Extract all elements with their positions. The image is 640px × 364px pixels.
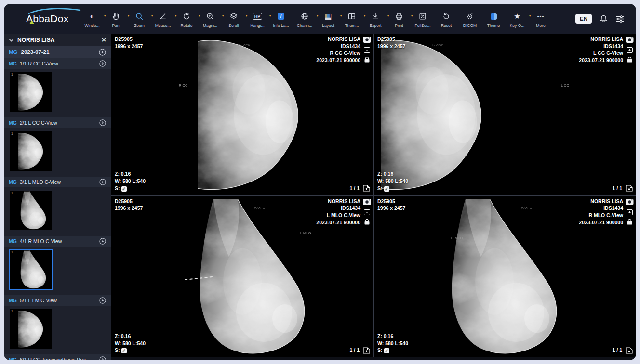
tool-strip: ◐ Windo... ▾ Pan ▾ Zoom ▾ Measu... ▾: [81, 10, 554, 28]
series-row[interactable]: MG 1/1 R CC C-View: [4, 58, 111, 69]
download-series-button[interactable]: [99, 238, 106, 245]
theme-icon: [491, 12, 497, 21]
viewport-l-mlo[interactable]: D25905 1996 x 2457 NORRIS LISA IDS1434 L…: [111, 196, 373, 358]
download-series-button[interactable]: [99, 60, 106, 67]
viewport-icon-column: [363, 36, 371, 63]
download-series-button[interactable]: [99, 119, 106, 126]
lock-icon[interactable]: [627, 57, 632, 63]
patient-header[interactable]: NORRIS LISA ×: [4, 34, 111, 46]
study-datetime: 2023-07-21 900000: [316, 57, 360, 64]
notifications-button[interactable]: [600, 14, 608, 23]
tool-more[interactable]: ••• More: [530, 10, 554, 28]
sync-checkbox[interactable]: ✓: [121, 348, 127, 353]
tool-channels[interactable]: Chann... ▾: [294, 10, 318, 28]
capture-icon[interactable]: [626, 36, 634, 43]
series-thumbnail[interactable]: 1: [10, 191, 52, 230]
study-datetime: 2023-07-21 900000: [579, 57, 623, 64]
series-thumbnail[interactable]: 1: [10, 72, 52, 112]
series-thumbnail-selected[interactable]: 1: [10, 250, 52, 289]
tool-magnify[interactable]: Magni... ▾: [200, 10, 223, 28]
abbadox-logo[interactable]: AbbaDox: [26, 8, 69, 29]
image-index: 1 / 1: [613, 347, 622, 354]
thumbnail-index: 1: [11, 250, 13, 254]
tool-scroll[interactable]: Scroll ▾: [223, 10, 247, 28]
modality-badge: MG: [9, 179, 17, 185]
tool-fullscreen[interactable]: FullScr...: [412, 10, 436, 28]
tool-rotate[interactable]: Rotate ▾: [176, 10, 200, 28]
save-icon[interactable]: [364, 47, 370, 53]
tool-label: DICOM: [463, 23, 477, 28]
tool-pan[interactable]: Pan ▾: [105, 10, 129, 28]
save-icon[interactable]: [627, 209, 633, 215]
series-thumbnail[interactable]: 1: [10, 309, 52, 349]
tool-theme[interactable]: Theme: [483, 10, 507, 28]
key-image-icon[interactable]: [363, 185, 370, 192]
save-icon[interactable]: [364, 209, 370, 215]
download-study-button[interactable]: [99, 49, 106, 56]
download-series-button[interactable]: [99, 356, 106, 360]
tool-label: Print: [395, 23, 403, 28]
lock-icon[interactable]: [364, 219, 370, 225]
lock-icon[interactable]: [627, 219, 632, 225]
key-image-icon[interactable]: [626, 185, 633, 192]
top-toolbar: AbbaDox ◐ Windo... ▾ Pan ▾ Zoom ▾ Measu.…: [4, 4, 636, 34]
tool-dicom[interactable]: DICOM: [459, 10, 483, 28]
series-row[interactable]: MG 3/1 L MLO C-View: [4, 177, 111, 187]
download-circle-icon: [99, 119, 106, 126]
viewport-r-cc[interactable]: D25905 1996 x 2457 NORRIS LISA IDS1434 R…: [111, 34, 373, 195]
sync-checkbox[interactable]: ✓: [384, 186, 389, 192]
tool-hanging-protocol[interactable]: HP Hangi... ▾: [247, 10, 270, 28]
language-button[interactable]: EN: [575, 14, 592, 24]
series-thumbnail[interactable]: 1: [10, 131, 52, 171]
thumbnail-index: 1: [11, 132, 13, 135]
key-image-icon[interactable]: [363, 347, 370, 354]
tool-measure[interactable]: Measu... ▾: [152, 10, 176, 28]
series-label: 1/1 R CC C-View: [20, 61, 58, 66]
tool-reset[interactable]: Reset: [436, 10, 459, 28]
download-circle-icon: [99, 297, 106, 304]
thumbnail-image: [10, 191, 52, 230]
sync-checkbox[interactable]: ✓: [121, 186, 127, 192]
capture-icon[interactable]: [626, 198, 634, 206]
tool-label: Windo...: [84, 23, 99, 28]
viewport-icon-column: [626, 36, 634, 63]
patient-id: IDS1434: [316, 43, 360, 50]
thumbnail-image: [10, 309, 52, 349]
zoom-factor: Z: 0.16: [115, 333, 146, 340]
viewport-l-cc[interactable]: D25905 1996 x 2457 NORRIS LISA IDS1434 L…: [374, 34, 636, 195]
viewport-r-mlo[interactable]: D25905 1996 x 2457 NORRIS LISA IDS1434 R…: [374, 196, 636, 358]
series-row[interactable]: MG 5/1 L LM C-View: [4, 295, 111, 306]
close-icon[interactable]: ×: [102, 36, 106, 44]
settings-button[interactable]: [615, 15, 625, 23]
tool-thumbnails[interactable]: Thum... ▾: [341, 10, 365, 28]
lock-icon[interactable]: [364, 57, 370, 63]
tool-layout[interactable]: ▦ Layout ▾: [318, 10, 341, 28]
capture-icon[interactable]: [363, 36, 371, 43]
download-series-button[interactable]: [99, 179, 106, 185]
tool-label: Rotate: [180, 23, 192, 28]
study-row[interactable]: MG 2023-07-21: [4, 46, 111, 58]
sync-checkbox[interactable]: ✓: [384, 348, 389, 353]
series-row[interactable]: MG 4/1 R MLO C-View: [4, 236, 111, 247]
tool-zoom[interactable]: Zoom ▾: [129, 10, 152, 28]
tool-key-objects[interactable]: ★ Key O... ▾: [507, 10, 530, 28]
patient-info-overlay: NORRIS LISA IDS1434 L CC C-View 2023-07-…: [579, 36, 623, 64]
download-series-button[interactable]: [99, 297, 106, 304]
tool-export[interactable]: Export ▾: [365, 10, 388, 28]
patient-name: NORRIS LISA: [316, 36, 360, 43]
series-id: D25905: [377, 198, 405, 205]
rotate-icon: [182, 12, 191, 21]
tool-windowing[interactable]: ◐ Windo... ▾: [81, 10, 105, 28]
image-matrix: 1996 x 2457: [115, 43, 143, 50]
save-icon[interactable]: [627, 47, 633, 53]
capture-icon[interactable]: [363, 198, 371, 206]
series-row[interactable]: MG 2/1 L CC C-View: [4, 117, 111, 128]
mammogram-image: [165, 196, 320, 358]
key-image-icon[interactable]: [626, 347, 633, 354]
tool-info-labels[interactable]: i Info La...: [270, 10, 294, 28]
tool-print[interactable]: Print ▾: [388, 10, 412, 28]
paging-overlay: 1 / 1: [350, 347, 370, 354]
tool-label: Theme: [487, 23, 500, 28]
download-icon: [371, 12, 380, 21]
series-row[interactable]: MG 6/1 R CC Tomosynthesis Proj...: [4, 354, 111, 360]
